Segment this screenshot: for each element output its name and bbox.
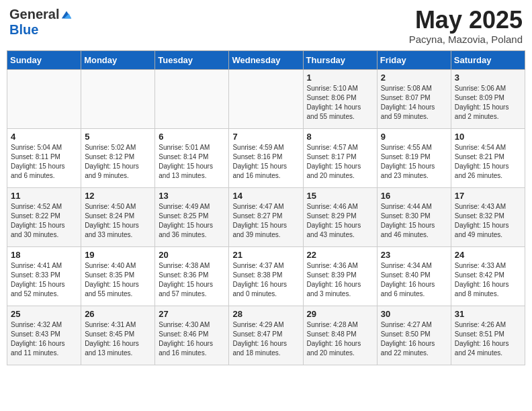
calendar-cell: 25Sunrise: 4:32 AM Sunset: 8:43 PM Dayli… (7, 306, 81, 365)
day-info: Sunrise: 5:02 AM Sunset: 8:12 PM Dayligh… (85, 143, 151, 181)
calendar-cell: 6Sunrise: 5:01 AM Sunset: 8:14 PM Daylig… (155, 128, 229, 187)
day-header-friday: Friday (377, 50, 451, 69)
calendar-cell: 22Sunrise: 4:36 AM Sunset: 8:39 PM Dayli… (303, 246, 377, 306)
day-info: Sunrise: 4:29 AM Sunset: 8:47 PM Dayligh… (232, 320, 299, 358)
day-number: 6 (159, 132, 225, 142)
title-section: May 2025 Pacyna, Mazovia, Poland (409, 7, 523, 45)
day-number: 29 (307, 309, 373, 319)
calendar-cell: 27Sunrise: 4:30 AM Sunset: 8:46 PM Dayli… (155, 306, 229, 365)
calendar-cell: 5Sunrise: 5:02 AM Sunset: 8:12 PM Daylig… (81, 128, 155, 187)
page-header: General Blue May 2025 Pacyna, Mazovia, P… (7, 7, 525, 45)
calendar-cell: 16Sunrise: 4:44 AM Sunset: 8:30 PM Dayli… (377, 187, 451, 246)
day-info: Sunrise: 4:52 AM Sunset: 8:22 PM Dayligh… (11, 202, 77, 240)
day-number: 31 (455, 309, 521, 319)
calendar-cell: 20Sunrise: 4:38 AM Sunset: 8:36 PM Dayli… (155, 246, 229, 306)
day-info: Sunrise: 4:31 AM Sunset: 8:45 PM Dayligh… (85, 320, 151, 358)
calendar-cell (7, 69, 81, 128)
calendar-cell: 1Sunrise: 5:10 AM Sunset: 8:06 PM Daylig… (303, 69, 377, 128)
day-number: 11 (11, 191, 77, 201)
day-header-tuesday: Tuesday (155, 50, 229, 69)
day-info: Sunrise: 4:41 AM Sunset: 8:33 PM Dayligh… (11, 261, 77, 299)
day-number: 17 (455, 191, 521, 201)
calendar-cell: 24Sunrise: 4:33 AM Sunset: 8:42 PM Dayli… (451, 246, 525, 306)
calendar-cell: 15Sunrise: 4:46 AM Sunset: 8:29 PM Dayli… (303, 187, 377, 246)
day-number: 15 (307, 191, 373, 201)
logo: General Blue (9, 7, 73, 38)
day-number: 10 (455, 132, 521, 142)
calendar-cell: 13Sunrise: 4:49 AM Sunset: 8:25 PM Dayli… (155, 187, 229, 246)
day-info: Sunrise: 4:26 AM Sunset: 8:51 PM Dayligh… (455, 320, 521, 358)
day-number: 24 (455, 250, 521, 260)
calendar-cell: 4Sunrise: 5:04 AM Sunset: 8:11 PM Daylig… (7, 128, 81, 187)
day-number: 2 (381, 73, 447, 83)
day-number: 25 (11, 309, 77, 319)
calendar-cell: 31Sunrise: 4:26 AM Sunset: 8:51 PM Dayli… (451, 306, 525, 365)
day-number: 30 (381, 309, 447, 319)
calendar-week-4: 18Sunrise: 4:41 AM Sunset: 8:33 PM Dayli… (7, 246, 525, 306)
day-info: Sunrise: 4:46 AM Sunset: 8:29 PM Dayligh… (307, 202, 373, 240)
calendar-cell: 17Sunrise: 4:43 AM Sunset: 8:32 PM Dayli… (451, 187, 525, 246)
logo-general-text: General (9, 7, 59, 22)
day-number: 8 (307, 132, 373, 142)
calendar-cell: 30Sunrise: 4:27 AM Sunset: 8:50 PM Dayli… (377, 306, 451, 365)
day-number: 16 (381, 191, 447, 201)
day-number: 28 (232, 309, 299, 319)
calendar-cell: 23Sunrise: 4:34 AM Sunset: 8:40 PM Dayli… (377, 246, 451, 306)
day-info: Sunrise: 4:59 AM Sunset: 8:16 PM Dayligh… (232, 143, 299, 181)
calendar-cell: 3Sunrise: 5:06 AM Sunset: 8:09 PM Daylig… (451, 69, 525, 128)
calendar-week-1: 1Sunrise: 5:10 AM Sunset: 8:06 PM Daylig… (7, 69, 525, 128)
calendar-cell (155, 69, 229, 128)
day-info: Sunrise: 4:37 AM Sunset: 8:38 PM Dayligh… (232, 261, 299, 299)
calendar-header-row: SundayMondayTuesdayWednesdayThursdayFrid… (7, 50, 525, 69)
calendar-cell: 29Sunrise: 4:28 AM Sunset: 8:48 PM Dayli… (303, 306, 377, 365)
day-number: 20 (159, 250, 225, 260)
calendar-cell: 19Sunrise: 4:40 AM Sunset: 8:35 PM Dayli… (81, 246, 155, 306)
day-info: Sunrise: 4:54 AM Sunset: 8:21 PM Dayligh… (455, 143, 521, 181)
calendar-week-3: 11Sunrise: 4:52 AM Sunset: 8:22 PM Dayli… (7, 187, 525, 246)
day-number: 1 (307, 73, 373, 83)
calendar-cell: 7Sunrise: 4:59 AM Sunset: 8:16 PM Daylig… (229, 128, 303, 187)
day-header-thursday: Thursday (303, 50, 377, 69)
day-info: Sunrise: 4:47 AM Sunset: 8:27 PM Dayligh… (232, 202, 299, 240)
day-number: 19 (85, 250, 151, 260)
day-number: 5 (85, 132, 151, 142)
day-info: Sunrise: 5:06 AM Sunset: 8:09 PM Dayligh… (455, 84, 521, 122)
day-number: 21 (232, 250, 299, 260)
calendar-cell: 10Sunrise: 4:54 AM Sunset: 8:21 PM Dayli… (451, 128, 525, 187)
calendar-cell: 12Sunrise: 4:50 AM Sunset: 8:24 PM Dayli… (81, 187, 155, 246)
calendar-cell (229, 69, 303, 128)
day-info: Sunrise: 4:33 AM Sunset: 8:42 PM Dayligh… (455, 261, 521, 299)
day-info: Sunrise: 5:08 AM Sunset: 8:07 PM Dayligh… (381, 84, 447, 122)
day-info: Sunrise: 4:36 AM Sunset: 8:39 PM Dayligh… (307, 261, 373, 299)
day-header-sunday: Sunday (7, 50, 81, 69)
calendar-cell: 14Sunrise: 4:47 AM Sunset: 8:27 PM Dayli… (229, 187, 303, 246)
day-header-wednesday: Wednesday (229, 50, 303, 69)
day-info: Sunrise: 5:01 AM Sunset: 8:14 PM Dayligh… (159, 143, 225, 181)
day-info: Sunrise: 5:04 AM Sunset: 8:11 PM Dayligh… (11, 143, 77, 181)
day-info: Sunrise: 4:55 AM Sunset: 8:19 PM Dayligh… (381, 143, 447, 181)
day-info: Sunrise: 4:49 AM Sunset: 8:25 PM Dayligh… (159, 202, 225, 240)
day-number: 23 (381, 250, 447, 260)
day-header-saturday: Saturday (451, 50, 525, 69)
day-info: Sunrise: 4:44 AM Sunset: 8:30 PM Dayligh… (381, 202, 447, 240)
day-number: 12 (85, 191, 151, 201)
day-info: Sunrise: 4:43 AM Sunset: 8:32 PM Dayligh… (455, 202, 521, 240)
calendar-week-5: 25Sunrise: 4:32 AM Sunset: 8:43 PM Dayli… (7, 306, 525, 365)
calendar-cell: 26Sunrise: 4:31 AM Sunset: 8:45 PM Dayli… (81, 306, 155, 365)
day-info: Sunrise: 4:30 AM Sunset: 8:46 PM Dayligh… (159, 320, 225, 358)
month-title: May 2025 (409, 7, 523, 34)
day-info: Sunrise: 4:32 AM Sunset: 8:43 PM Dayligh… (11, 320, 77, 358)
day-info: Sunrise: 4:28 AM Sunset: 8:48 PM Dayligh… (307, 320, 373, 358)
day-number: 4 (11, 132, 77, 142)
day-info: Sunrise: 4:34 AM Sunset: 8:40 PM Dayligh… (381, 261, 447, 299)
day-number: 9 (381, 132, 447, 142)
calendar-cell: 11Sunrise: 4:52 AM Sunset: 8:22 PM Dayli… (7, 187, 81, 246)
day-number: 7 (232, 132, 299, 142)
calendar-cell: 18Sunrise: 4:41 AM Sunset: 8:33 PM Dayli… (7, 246, 81, 306)
day-info: Sunrise: 4:27 AM Sunset: 8:50 PM Dayligh… (381, 320, 447, 358)
calendar-cell: 2Sunrise: 5:08 AM Sunset: 8:07 PM Daylig… (377, 69, 451, 128)
calendar-cell (81, 69, 155, 128)
day-number: 22 (307, 250, 373, 260)
logo-blue-text: Blue (9, 22, 38, 38)
day-number: 3 (455, 73, 521, 83)
